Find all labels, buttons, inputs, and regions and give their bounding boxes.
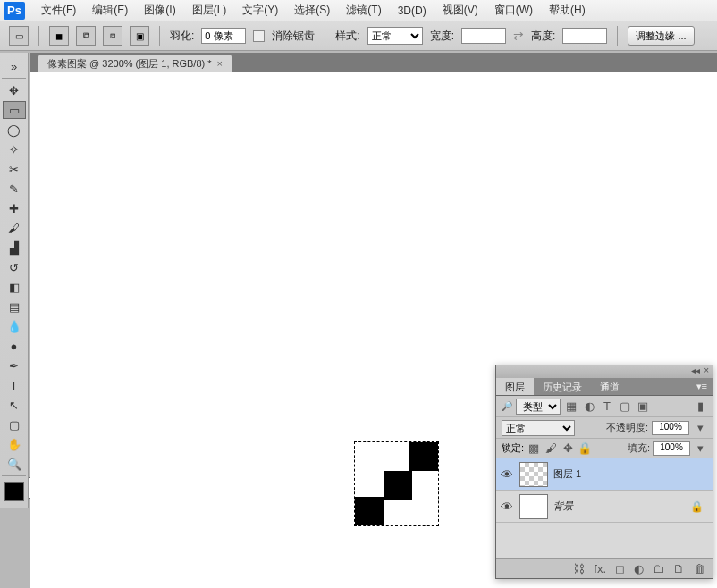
- link-layers-icon[interactable]: ⛓: [573, 562, 585, 575]
- healing-brush-tool-icon[interactable]: ✚: [3, 199, 26, 217]
- collapse-panel-icon[interactable]: ◂◂: [691, 365, 700, 378]
- height-label: 高度:: [531, 29, 555, 44]
- document-tab[interactable]: 像素图案 @ 3200% (图层 1, RGB/8) * ×: [38, 55, 232, 72]
- menu-layer[interactable]: 图层(L): [185, 1, 234, 20]
- style-select[interactable]: 正常: [367, 27, 423, 45]
- opacity-input[interactable]: 100%: [652, 421, 689, 435]
- filter-type-icon[interactable]: T: [600, 399, 614, 414]
- antialias-checkbox[interactable]: [253, 30, 265, 42]
- close-icon[interactable]: ×: [217, 58, 223, 69]
- filter-adjust-icon[interactable]: ◐: [582, 399, 596, 414]
- marquee-tool-preset-icon[interactable]: ▭: [9, 26, 29, 46]
- filter-pixel-icon[interactable]: ▦: [564, 399, 578, 414]
- move-tool-icon[interactable]: ✥: [3, 81, 26, 99]
- refine-edge-button[interactable]: 调整边缘 ...: [628, 26, 694, 46]
- pen-tool-icon[interactable]: ✒: [3, 357, 26, 374]
- gradient-tool-icon[interactable]: ▤: [3, 298, 26, 315]
- menu-help[interactable]: 帮助(H): [542, 1, 593, 20]
- history-brush-tool-icon[interactable]: ↺: [3, 258, 26, 276]
- selection-new-icon[interactable]: ◼: [49, 26, 69, 46]
- lock-transparent-icon[interactable]: ▩: [527, 441, 541, 456]
- lock-icon: 🔒: [690, 500, 709, 513]
- layer-name-label[interactable]: 背景: [553, 500, 573, 513]
- foreground-background-color[interactable]: [4, 482, 24, 501]
- type-tool-icon[interactable]: T: [3, 376, 26, 394]
- layers-empty-area: [496, 523, 713, 559]
- menu-image[interactable]: 图像(I): [137, 1, 182, 20]
- close-panel-icon[interactable]: ×: [704, 365, 709, 378]
- search-icon: 🔎: [502, 401, 512, 411]
- selection-add-icon[interactable]: ⧉: [76, 26, 96, 46]
- collapse-icon[interactable]: »: [3, 57, 26, 75]
- lock-pixels-icon[interactable]: 🖌: [544, 441, 558, 456]
- lasso-tool-icon[interactable]: ◯: [3, 121, 26, 139]
- lock-all-icon[interactable]: 🔒: [578, 441, 592, 456]
- menu-select[interactable]: 选择(S): [287, 1, 337, 20]
- layer-thumbnail[interactable]: [519, 462, 548, 487]
- shape-tool-icon[interactable]: ▢: [3, 416, 26, 433]
- group-icon[interactable]: 🗀: [653, 562, 664, 575]
- layer-item-background[interactable]: 👁 背景 🔒: [496, 491, 713, 523]
- layer-name-label[interactable]: 图层 1: [553, 467, 581, 481]
- marquee-tool-icon[interactable]: ▭: [3, 101, 26, 119]
- menu-type[interactable]: 文字(Y): [235, 1, 285, 20]
- zoom-tool-icon[interactable]: 🔍: [3, 455, 26, 473]
- tab-channels[interactable]: 通道: [591, 378, 628, 395]
- fill-label: 填充:: [628, 441, 650, 455]
- filter-type-select[interactable]: 类型: [516, 399, 561, 415]
- width-input[interactable]: [461, 28, 506, 44]
- visibility-icon[interactable]: 👁: [500, 467, 514, 482]
- feather-label: 羽化:: [170, 29, 194, 44]
- opacity-label: 不透明度:: [606, 421, 648, 434]
- menu-window[interactable]: 窗口(W): [487, 1, 540, 20]
- brush-tool-icon[interactable]: 🖌: [3, 219, 26, 237]
- stamp-tool-icon[interactable]: ▟: [3, 239, 26, 256]
- panel-header[interactable]: ◂◂ ×: [496, 365, 713, 378]
- divider: [2, 78, 26, 79]
- selection-subtract-icon[interactable]: ⧈: [103, 26, 122, 46]
- height-input[interactable]: [562, 28, 607, 44]
- swap-wh-icon[interactable]: ⇄: [513, 29, 524, 43]
- blend-mode-select[interactable]: 正常: [502, 420, 575, 436]
- lock-label: 锁定:: [502, 441, 524, 455]
- layer-item-layer1[interactable]: 👁 图层 1: [496, 458, 713, 491]
- filter-shape-icon[interactable]: ▢: [618, 399, 632, 414]
- lock-position-icon[interactable]: ✥: [561, 441, 575, 456]
- dodge-tool-icon[interactable]: ●: [3, 337, 26, 355]
- eyedropper-tool-icon[interactable]: ✎: [3, 180, 26, 197]
- selection-intersect-icon[interactable]: ▣: [130, 26, 149, 46]
- eraser-tool-icon[interactable]: ◧: [3, 278, 26, 296]
- layer-mask-icon[interactable]: ◻: [615, 562, 625, 575]
- tab-layers[interactable]: 图层: [496, 378, 534, 395]
- menu-filter[interactable]: 滤镜(T): [339, 1, 388, 20]
- selection-marquee: [354, 441, 439, 526]
- visibility-icon[interactable]: 👁: [500, 500, 514, 514]
- separator: [159, 26, 160, 46]
- opacity-dropdown-icon[interactable]: ▾: [693, 421, 707, 435]
- style-label: 样式:: [335, 29, 359, 44]
- menu-3d[interactable]: 3D(D): [391, 3, 434, 19]
- layer-thumbnail[interactable]: [519, 494, 548, 519]
- new-layer-icon[interactable]: 🗋: [673, 562, 685, 575]
- tab-history[interactable]: 历史记录: [534, 378, 591, 395]
- panel-menu-icon[interactable]: ▾≡: [691, 378, 713, 395]
- hand-tool-icon[interactable]: ✋: [3, 435, 26, 453]
- blur-tool-icon[interactable]: 💧: [3, 317, 26, 335]
- app-logo: Ps: [4, 2, 25, 20]
- delete-layer-icon[interactable]: 🗑: [694, 562, 705, 575]
- layer-style-icon[interactable]: fx.: [594, 562, 606, 575]
- filter-smart-icon[interactable]: ▣: [636, 399, 650, 414]
- antialias-label: 消除锯齿: [272, 29, 315, 44]
- fill-input[interactable]: 100%: [653, 441, 690, 456]
- menu-view[interactable]: 视图(V): [435, 1, 485, 20]
- menu-file[interactable]: 文件(F): [34, 1, 83, 20]
- adjustment-layer-icon[interactable]: ◐: [634, 562, 644, 575]
- lock-fill-row: 锁定: ▩ 🖌 ✥ 🔒 填充: 100% ▾: [496, 439, 713, 458]
- filter-toggle-icon[interactable]: ▮: [693, 399, 707, 414]
- menu-edit[interactable]: 编辑(E): [85, 1, 135, 20]
- magic-wand-tool-icon[interactable]: ✧: [3, 140, 26, 158]
- fill-dropdown-icon[interactable]: ▾: [693, 441, 707, 456]
- crop-tool-icon[interactable]: ✂: [3, 160, 26, 178]
- feather-input[interactable]: [201, 28, 246, 44]
- path-selection-tool-icon[interactable]: ↖: [3, 396, 26, 414]
